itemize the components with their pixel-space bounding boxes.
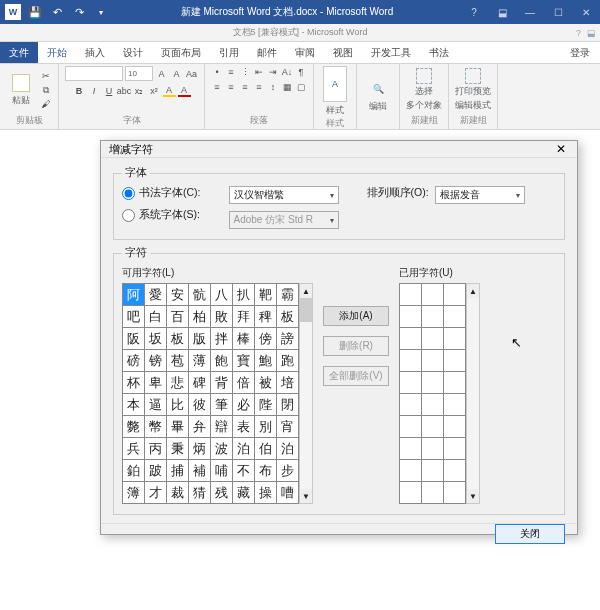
char-cell[interactable]: 嘈 <box>276 481 298 503</box>
char-cell[interactable]: 操 <box>254 481 276 503</box>
char-cell[interactable]: 苞 <box>166 349 188 371</box>
char-cell[interactable]: 扒 <box>232 283 254 305</box>
font-size-dropdown[interactable]: 10 <box>125 66 153 81</box>
used-char-cell[interactable] <box>399 415 421 437</box>
borders-icon[interactable]: ▢ <box>295 81 307 93</box>
sub-help-icon[interactable]: ? <box>576 28 581 38</box>
calligraphy-font-dropdown[interactable]: 汉仪智楷繁▾ <box>229 186 339 204</box>
char-cell[interactable]: 表 <box>232 415 254 437</box>
char-cell[interactable]: 辯 <box>210 415 232 437</box>
char-cell[interactable]: 波 <box>210 437 232 459</box>
char-cell[interactable]: 裁 <box>166 481 188 503</box>
available-scrollbar[interactable]: ▲ ▼ <box>299 283 313 504</box>
tab-developer[interactable]: 开发工具 <box>362 42 420 63</box>
char-cell[interactable]: 卑 <box>144 371 166 393</box>
tab-view[interactable]: 视图 <box>324 42 362 63</box>
char-cell[interactable]: 閉 <box>276 393 298 415</box>
font-family-dropdown[interactable] <box>65 66 123 81</box>
char-cell[interactable]: 捕 <box>166 459 188 481</box>
char-cell[interactable]: 磅 <box>122 349 144 371</box>
used-char-cell[interactable] <box>399 349 421 371</box>
used-char-cell[interactable] <box>443 327 465 349</box>
char-cell[interactable]: 畢 <box>166 415 188 437</box>
help-icon[interactable]: ? <box>460 1 488 23</box>
sub-window-icon[interactable]: ⬓ <box>587 28 596 38</box>
char-cell[interactable]: 陛 <box>254 393 276 415</box>
align-right-icon[interactable]: ≡ <box>239 81 251 93</box>
char-cell[interactable]: 杯 <box>122 371 144 393</box>
char-cell[interactable]: 筆 <box>210 393 232 415</box>
italic-icon[interactable]: I <box>88 84 101 97</box>
tab-references[interactable]: 引用 <box>210 42 248 63</box>
char-cell[interactable]: 拌 <box>210 327 232 349</box>
char-cell[interactable]: 跛 <box>144 459 166 481</box>
used-chars-grid[interactable] <box>399 283 466 504</box>
char-cell[interactable]: 猜 <box>188 481 210 503</box>
used-char-cell[interactable] <box>421 437 443 459</box>
char-cell[interactable]: 才 <box>144 481 166 503</box>
redo-icon[interactable]: ↷ <box>68 1 90 23</box>
char-cell[interactable]: 被 <box>254 371 276 393</box>
save-icon[interactable]: 💾 <box>24 1 46 23</box>
used-char-cell[interactable] <box>399 327 421 349</box>
char-cell[interactable]: 敗 <box>210 305 232 327</box>
char-cell[interactable]: 悲 <box>166 371 188 393</box>
char-cell[interactable]: 骯 <box>188 283 210 305</box>
indent-dec-icon[interactable]: ⇤ <box>253 66 265 78</box>
copy-icon[interactable]: ⧉ <box>39 84 52 97</box>
used-char-cell[interactable] <box>443 393 465 415</box>
tab-mailings[interactable]: 邮件 <box>248 42 286 63</box>
char-cell[interactable]: 飽 <box>210 349 232 371</box>
used-char-cell[interactable] <box>399 305 421 327</box>
used-char-cell[interactable] <box>421 305 443 327</box>
char-cell[interactable]: 背 <box>210 371 232 393</box>
tab-home[interactable]: 开始 <box>38 42 76 63</box>
login-link[interactable]: 登录 <box>560 42 600 63</box>
char-cell[interactable]: 鮑 <box>254 349 276 371</box>
char-cell[interactable]: 愛 <box>144 283 166 305</box>
char-cell[interactable]: 幣 <box>144 415 166 437</box>
char-cell[interactable]: 坂 <box>144 327 166 349</box>
used-char-cell[interactable] <box>443 371 465 393</box>
char-cell[interactable]: 霸 <box>276 283 298 305</box>
radio-system-font[interactable]: 系统字体(S): <box>122 208 201 222</box>
char-cell[interactable]: 不 <box>232 459 254 481</box>
char-cell[interactable]: 稗 <box>254 305 276 327</box>
superscript-icon[interactable]: x² <box>148 84 161 97</box>
char-cell[interactable]: 阪 <box>122 327 144 349</box>
used-char-cell[interactable] <box>443 283 465 305</box>
scroll-down-icon[interactable]: ▼ <box>467 489 479 503</box>
font-color-icon[interactable]: A <box>178 84 191 97</box>
char-cell[interactable]: 補 <box>188 459 210 481</box>
char-cell[interactable]: 跑 <box>276 349 298 371</box>
maximize-icon[interactable]: ☐ <box>544 1 572 23</box>
format-painter-icon[interactable]: 🖌 <box>39 98 52 111</box>
char-cell[interactable]: 柏 <box>188 305 210 327</box>
used-char-cell[interactable] <box>421 415 443 437</box>
styles-button[interactable]: A 样式 <box>320 66 350 117</box>
tab-layout[interactable]: 页面布局 <box>152 42 210 63</box>
char-cell[interactable]: 斃 <box>122 415 144 437</box>
used-char-cell[interactable] <box>443 305 465 327</box>
used-char-cell[interactable] <box>421 349 443 371</box>
used-char-cell[interactable] <box>399 459 421 481</box>
edit-button[interactable]: 🔍 编辑 <box>363 80 393 113</box>
char-cell[interactable]: 比 <box>166 393 188 415</box>
used-char-cell[interactable] <box>443 349 465 371</box>
change-case-icon[interactable]: Aa <box>185 67 198 80</box>
used-char-cell[interactable] <box>443 415 465 437</box>
radio-calligraphy-font[interactable]: 书法字体(C): <box>122 186 201 200</box>
used-char-cell[interactable] <box>421 393 443 415</box>
char-cell[interactable]: 伯 <box>254 437 276 459</box>
cut-icon[interactable]: ✂ <box>39 70 52 83</box>
close-button[interactable]: 关闭 <box>495 524 565 544</box>
used-char-cell[interactable] <box>399 371 421 393</box>
used-char-cell[interactable] <box>443 459 465 481</box>
sort-icon[interactable]: A↓ <box>281 66 293 78</box>
scroll-up-icon[interactable]: ▲ <box>467 284 479 298</box>
line-spacing-icon[interactable]: ↕ <box>267 81 279 93</box>
char-cell[interactable]: 必 <box>232 393 254 415</box>
char-cell[interactable]: 哺 <box>210 459 232 481</box>
used-scrollbar[interactable]: ▲ ▼ <box>466 283 480 504</box>
char-cell[interactable]: 寶 <box>232 349 254 371</box>
